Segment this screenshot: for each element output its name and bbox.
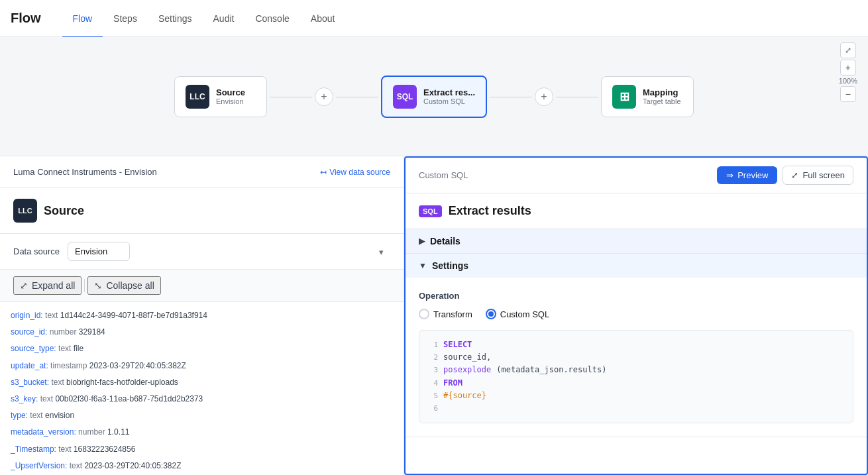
fullscreen-canvas-btn[interactable]: ⤢	[840, 42, 856, 58]
settings-content: Operation Transform Custom SQL 1 SELECT	[406, 278, 867, 437]
tab-settings[interactable]: Settings	[148, 1, 203, 38]
preview-btn[interactable]: ⇒ Preview	[717, 166, 777, 184]
list-item: source_type: text file	[11, 341, 393, 357]
details-collapse-icon: ▶	[419, 237, 425, 246]
settings-accordion-header[interactable]: ▼ Settings	[406, 254, 867, 278]
details-accordion-header[interactable]: ▶ Details	[406, 229, 867, 253]
left-panel-title: Luma Connect Instruments - Envision	[13, 167, 157, 177]
code-line-5: 5 #{source}	[427, 390, 845, 402]
extract-node-icon: SQL	[393, 85, 417, 109]
source-section: LLC Source	[0, 188, 404, 234]
mapping-node-icon: ⊞	[612, 85, 636, 109]
list-item: s3_key: text 00b02f30-f6a3-11ea-b687-75d…	[11, 391, 393, 407]
radio-transform[interactable]: Transform	[419, 309, 472, 319]
list-item: source_id: number 329184	[11, 324, 393, 341]
list-item: _Timestamp: text 16832223624856	[11, 441, 393, 458]
flow-node-extract[interactable]: SQL Extract res... Custom SQL	[381, 76, 487, 118]
source-node-subtitle: Envision	[216, 97, 245, 105]
right-panel-title: Custom SQL	[419, 170, 468, 180]
left-panel-header: Luma Connect Instruments - Envision ↤ Vi…	[0, 156, 404, 188]
list-item: update_at: timestamp 2023-03-29T20:40:05…	[11, 358, 393, 374]
connector-4: ————	[553, 91, 601, 103]
right-panel: Custom SQL ⇒ Preview ⤢ Full screen SQL E…	[404, 156, 868, 475]
zoom-out-btn[interactable]: −	[840, 86, 856, 102]
tab-console[interactable]: Console	[244, 1, 299, 38]
data-source-select[interactable]: Envision	[68, 242, 130, 261]
code-line-2: 2 source_id,	[427, 351, 845, 364]
source-node-title: Source	[216, 87, 245, 97]
extract-results-header: SQL Extract results	[406, 193, 867, 229]
code-line-4: 4 FROM	[427, 377, 845, 390]
main-content: Luma Connect Instruments - Envision ↤ Vi…	[0, 156, 868, 475]
settings-accordion: ▼ Settings Operation Transform Custom SQ…	[406, 254, 867, 437]
right-panel-header: Custom SQL ⇒ Preview ⤢ Full screen	[406, 158, 867, 193]
radio-transform-label: Transform	[433, 309, 472, 319]
operation-label: Operation	[419, 291, 853, 301]
mapping-node-subtitle: Target table	[643, 97, 680, 105]
radio-custom-sql-label: Custom SQL	[500, 309, 549, 319]
tab-flow[interactable]: Flow	[62, 1, 103, 38]
collapse-all-btn[interactable]: ⤡ Collapse all	[87, 276, 160, 295]
details-label: Details	[430, 236, 461, 246]
data-source-label: Data source	[13, 246, 60, 256]
radio-transform-circle	[419, 309, 429, 319]
sql-badge: SQL	[419, 205, 442, 217]
zoom-controls: ⤢ + 100% −	[839, 42, 857, 102]
extract-node-subtitle: Custom SQL	[423, 97, 475, 105]
source-section-icon: LLC	[13, 199, 37, 223]
settings-collapse-icon: ▼	[419, 261, 427, 270]
tab-audit[interactable]: Audit	[203, 1, 245, 38]
expand-all-btn[interactable]: ⤢ Expand all	[13, 276, 81, 295]
mapping-node-title: Mapping	[643, 87, 680, 97]
left-panel: Luma Connect Instruments - Envision ↤ Vi…	[0, 156, 404, 475]
tab-steps[interactable]: Steps	[103, 1, 148, 38]
code-line-6: 6	[427, 402, 845, 415]
zoom-level: 100%	[839, 77, 857, 85]
flow-nodes: LLC Source Envision ———— + ———— SQL Extr…	[174, 76, 694, 118]
add-node-btn-1[interactable]: +	[315, 87, 333, 106]
data-source-row: Data source Envision	[0, 234, 404, 270]
nav-tabs: Flow Steps Settings Audit Console About	[62, 0, 346, 37]
code-line-1: 1 SELECT	[427, 339, 845, 351]
radio-custom-sql[interactable]: Custom SQL	[486, 309, 549, 319]
app-title: Flow	[11, 11, 41, 26]
header-actions: ⇒ Preview ⤢ Full screen	[717, 166, 853, 185]
source-node-icon: LLC	[186, 85, 209, 109]
list-item: metadata_version: number 1.0.11	[11, 424, 393, 441]
fullscreen-btn[interactable]: ⤢ Full screen	[783, 166, 853, 185]
top-nav: Flow Flow Steps Settings Audit Console A…	[0, 0, 868, 37]
tab-about[interactable]: About	[300, 1, 346, 38]
expand-collapse-bar: ⤢ Expand all ⤡ Collapse all	[0, 270, 404, 302]
flow-node-source[interactable]: LLC Source Envision	[174, 76, 267, 117]
list-item: s3_bucket: text biobright-facs-hotfolder…	[11, 374, 393, 391]
settings-label: Settings	[432, 260, 468, 271]
code-line-3: 3 posexplode (metadata_json.results)	[427, 364, 845, 376]
view-datasource-link[interactable]: ↤ View data source	[320, 168, 390, 177]
expand-collapse-divider	[84, 279, 85, 292]
add-node-btn-2[interactable]: +	[535, 87, 553, 106]
flow-node-mapping[interactable]: ⊞ Mapping Target table	[601, 76, 694, 117]
data-source-select-wrapper: Envision	[68, 242, 390, 261]
connector-1: ————	[267, 91, 315, 103]
details-accordion: ▶ Details	[406, 229, 867, 254]
connector-3: ————	[487, 91, 535, 103]
list-item: type: text envision	[11, 407, 393, 424]
list-item: origin_id: text 1d144c24-3499-4071-88f7-…	[11, 307, 393, 324]
code-editor[interactable]: 1 SELECT 2 source_id, 3 posexplode (meta…	[419, 330, 853, 423]
schema-list: origin_id: text 1d144c24-3499-4071-88f7-…	[0, 302, 404, 475]
extract-node-title: Extract res...	[423, 87, 475, 97]
extract-results-title: Extract results	[449, 204, 531, 218]
connector-2: ————	[333, 91, 381, 103]
zoom-in-btn[interactable]: +	[840, 60, 856, 76]
source-section-title: Source	[44, 204, 84, 218]
flow-canvas: LLC Source Envision ———— + ———— SQL Extr…	[0, 37, 868, 156]
list-item: _UpsertVersion: text 2023-03-29T20:40:05…	[11, 458, 393, 474]
radio-group: Transform Custom SQL	[419, 309, 853, 319]
radio-custom-sql-circle	[486, 309, 496, 319]
